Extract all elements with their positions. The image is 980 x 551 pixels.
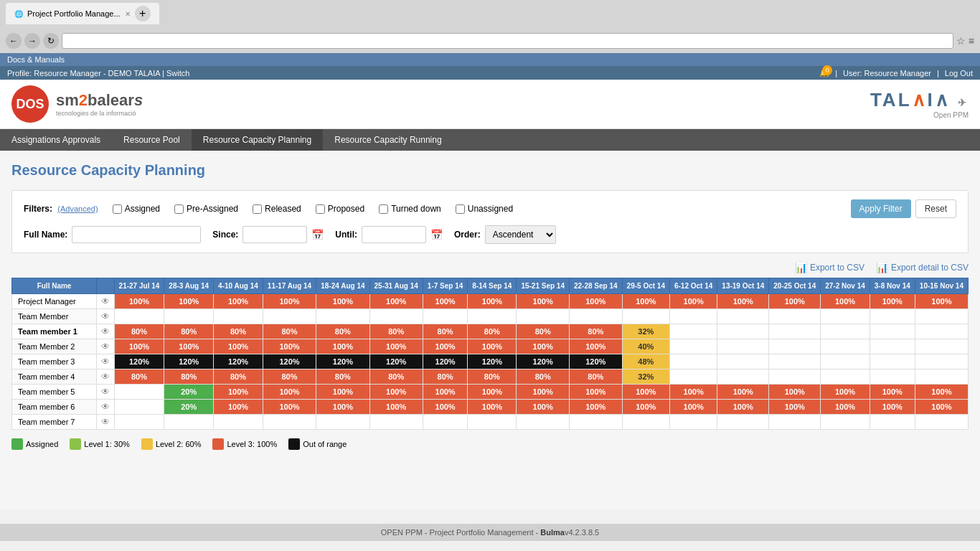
table-row: Project Manager👁100%100%100%100%100%100%… [12,294,969,309]
col-w4: 11-17 Aug 14 [263,278,316,294]
eye-icon[interactable]: 👁 [101,372,110,382]
legend-outofrange-label: Out of range [303,440,347,448]
col-w6: 25-31 Aug 14 [369,278,423,294]
data-cell: 100% [369,294,423,309]
eye-icon[interactable]: 👁 [101,342,110,352]
reload-button[interactable]: ↻ [43,33,59,49]
nav-item-resource-capacity-running[interactable]: Resource Capacity Running [323,129,453,151]
logout-link[interactable]: Log Out [945,69,973,77]
eye-icon-cell[interactable]: 👁 [97,324,115,339]
col-w16: 3-8 Nov 14 [870,278,915,294]
checkbox-proposed[interactable]: Proposed [316,204,364,214]
assigned-checkbox[interactable] [113,204,122,214]
eye-icon-cell[interactable]: 👁 [97,309,115,324]
forward-button[interactable]: → [24,33,40,49]
eye-icon[interactable]: 👁 [101,311,110,321]
tab-close-button[interactable]: ✕ [125,10,131,18]
data-cell: 100% [214,294,263,309]
data-cell: 100% [717,400,769,415]
legend-assigned-box [11,438,23,450]
address-bar[interactable]: demo.talaia-openppm.com/openppm/resource [62,33,953,49]
eye-icon[interactable]: 👁 [101,326,110,336]
data-cell [821,309,870,324]
legend-level3-box [212,438,224,450]
data-cell: 80% [214,369,263,385]
until-calendar-icon[interactable]: 📅 [430,229,443,240]
unassigned-checkbox[interactable] [456,204,465,214]
data-cell [669,415,717,430]
eye-icon[interactable]: 👁 [101,402,110,412]
menu-button[interactable]: ≡ [969,35,974,47]
export-csv-link[interactable]: 📊 Export to CSV [795,262,864,273]
nav-item-assignations-approvals[interactable]: Assignations Approvals [0,129,112,151]
main-navigation: Assignations ApprovalsResource PoolResou… [0,129,980,151]
legend-level1-box [70,438,81,450]
back-button[interactable]: ← [6,33,22,49]
turneddown-checkbox[interactable] [379,204,388,214]
eye-icon-cell[interactable]: 👁 [97,400,115,415]
checkbox-assigned[interactable]: Assigned [113,204,160,214]
docs-link[interactable]: Docs & Manuals [7,55,65,64]
export-detail-icon: 📊 [876,262,888,273]
checkbox-preassigned[interactable]: Pre-Assigned [174,204,238,214]
data-cell: 32% [622,324,669,339]
data-cell [369,415,423,430]
eye-icon-cell[interactable]: 👁 [97,369,115,385]
eye-icon[interactable]: 👁 [101,296,110,306]
eye-icon[interactable]: 👁 [101,417,110,427]
brand-sub: tecnologies de la informació [56,110,143,117]
data-cell: 100% [517,294,570,309]
eye-icon-cell[interactable]: 👁 [97,294,115,309]
until-label: Until: [335,230,357,240]
data-cell: 100% [468,294,517,309]
data-cell [717,309,769,324]
fullname-input[interactable] [72,226,201,243]
proposed-checkbox[interactable] [316,204,325,214]
data-cell [769,354,821,369]
released-checkbox[interactable] [253,204,262,214]
eye-icon-cell[interactable]: 👁 [97,339,115,354]
preassigned-checkbox[interactable] [174,204,184,214]
footer-brand: Bulma [540,528,565,537]
name-cell: Team member 3 [12,354,97,369]
data-cell [622,415,669,430]
checkbox-released[interactable]: Released [253,204,301,214]
since-calendar-icon[interactable]: 📅 [311,229,324,240]
apply-filter-button[interactable]: Apply Filter [851,199,911,218]
browser-tab[interactable]: 🌐 Project Portfolio Manage... ✕ + [6,3,159,24]
data-cell [870,324,915,339]
nav-item-resource-capacity-planning[interactable]: Resource Capacity Planning [192,129,323,151]
data-cell: 120% [423,354,467,369]
export-detail-link[interactable]: 📊 Export detail to CSV [876,262,969,273]
header: DOS sm2balears tecnologies de la informa… [0,80,980,129]
eye-icon[interactable]: 👁 [101,387,110,397]
advanced-filter-link[interactable]: (Advanced) [57,204,98,213]
checkbox-turneddown[interactable]: Turned down [379,204,441,214]
data-cell [263,309,316,324]
until-input[interactable] [362,226,426,243]
data-cell: 80% [517,369,570,385]
data-cell: 100% [263,400,316,415]
data-cell: 40% [622,339,669,354]
col-icon [97,278,115,294]
bookmark-button[interactable]: ☆ [956,35,966,47]
since-input[interactable] [242,226,307,243]
data-cell [915,415,968,430]
eye-icon-cell[interactable]: 👁 [97,385,115,400]
nav-item-resource-pool[interactable]: Resource Pool [112,129,192,151]
data-cell [717,369,769,385]
data-cell [769,415,821,430]
table-row: Team member 6👁20%100%100%100%100%100%100… [12,400,969,415]
data-cell: 100% [423,294,467,309]
name-cell: Team Member 2 [12,339,97,354]
eye-icon[interactable]: 👁 [101,357,110,367]
eye-icon-cell[interactable]: 👁 [97,354,115,369]
data-cell [669,369,717,385]
order-select[interactable]: Ascendent Descendent [485,225,556,244]
eye-icon-cell[interactable]: 👁 [97,415,115,430]
new-tab-button[interactable]: + [135,6,151,22]
checkbox-unassigned[interactable]: Unassigned [456,204,513,214]
reset-filter-button[interactable]: Reset [915,199,956,218]
data-cell: 80% [569,369,622,385]
notification-bell[interactable]: 🔔 0 [819,68,829,77]
